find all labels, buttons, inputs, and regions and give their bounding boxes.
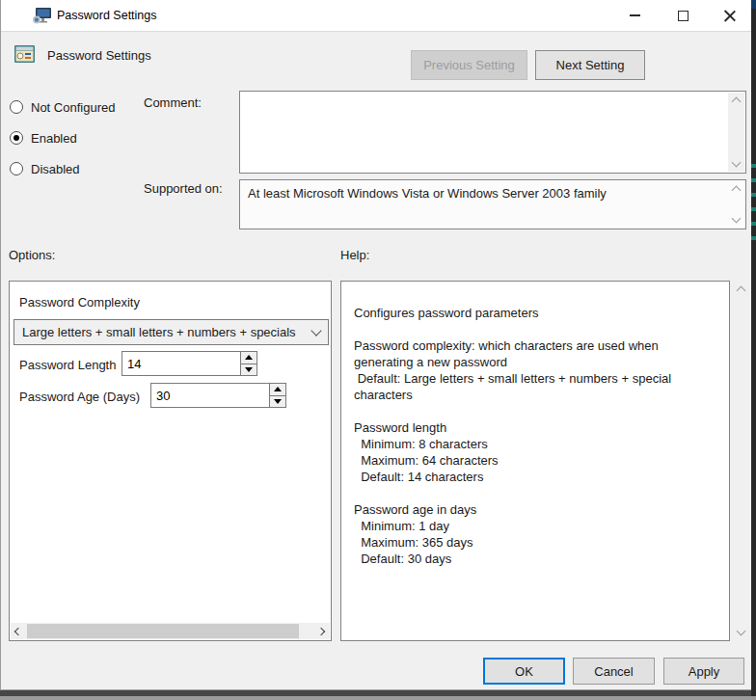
comment-label: Comment: — [144, 95, 202, 110]
background-window-right-edge — [751, 0, 756, 700]
dialog-vertical-scrollbar[interactable] — [732, 281, 749, 641]
comment-box — [239, 91, 746, 174]
password-age-stepper — [269, 384, 285, 407]
radio-circle-icon — [10, 162, 23, 175]
maximize-icon — [678, 11, 688, 21]
policy-setting-icon — [14, 45, 35, 63]
scroll-up-icon — [732, 186, 742, 196]
radio-not-configured[interactable]: Not Configured — [10, 99, 115, 115]
password-length-label: Password Length — [19, 358, 116, 372]
comment-scrollbar[interactable] — [728, 93, 744, 172]
help-panel: Configures password parameters Password … — [340, 281, 730, 641]
supported-on-label: Supported on: — [144, 181, 223, 196]
supported-on-value: At least Microsoft Windows Vista or Wind… — [248, 186, 722, 201]
titlebar[interactable]: Password Settings — [1, 0, 752, 32]
scrollbar-thumb[interactable] — [27, 624, 299, 638]
help-section-label: Help: — [340, 248, 369, 262]
spin-down-icon — [245, 367, 253, 372]
background-window-bottom-edge-light — [0, 696, 756, 700]
background-dashes — [751, 164, 756, 243]
radio-label: Disabled — [31, 162, 80, 176]
scroll-up-icon — [732, 97, 742, 107]
password-complexity-dropdown[interactable]: Large letters + small letters + numbers … — [14, 319, 329, 345]
password-settings-dialog: Password Settings Password Settings Prev… — [0, 0, 751, 690]
radio-label: Not Configured — [31, 100, 115, 115]
spin-up-button[interactable] — [241, 352, 256, 364]
radio-circle-icon — [10, 131, 23, 145]
radio-label: Enabled — [31, 131, 77, 146]
scroll-left-icon — [14, 627, 22, 634]
spin-down-icon — [274, 399, 282, 404]
supported-scrollbar[interactable] — [728, 181, 744, 228]
minimize-icon — [630, 14, 640, 16]
maximize-button[interactable] — [661, 0, 705, 31]
apply-button[interactable]: Apply — [663, 658, 744, 685]
scroll-down-icon — [732, 158, 742, 168]
spin-up-icon — [274, 387, 282, 391]
options-section-label: Options: — [9, 248, 55, 262]
radio-circle-icon — [10, 100, 23, 114]
options-panel: Password Complexity Large letters + smal… — [9, 281, 332, 641]
comment-input[interactable] — [240, 92, 729, 173]
password-age-label: Password Age (Days) — [19, 390, 140, 404]
spin-up-button[interactable] — [270, 384, 285, 396]
supported-on-box: At least Microsoft Windows Vista or Wind… — [239, 179, 746, 229]
password-length-spinbox — [122, 351, 257, 376]
scroll-right-icon — [317, 627, 325, 634]
scroll-down-icon — [732, 214, 742, 224]
background-accent — [751, 0, 756, 9]
password-length-stepper — [240, 352, 256, 375]
password-length-input[interactable] — [122, 352, 240, 375]
setting-name: Password Settings — [47, 48, 151, 63]
app-icon — [33, 8, 51, 24]
screen: Password Settings Password Settings Prev… — [0, 0, 756, 700]
minimize-button[interactable] — [612, 0, 657, 31]
spin-up-icon — [245, 355, 253, 360]
password-age-spinbox — [150, 383, 286, 408]
spin-down-button[interactable] — [241, 364, 256, 376]
scroll-up-icon — [736, 286, 745, 296]
dropdown-selected-value: Large letters + small letters + numbers … — [22, 325, 312, 339]
radio-disabled[interactable]: Disabled — [10, 161, 80, 176]
close-button[interactable] — [707, 0, 751, 31]
ok-button[interactable]: OK — [483, 658, 565, 685]
spin-down-button[interactable] — [270, 396, 285, 408]
close-icon — [723, 10, 736, 22]
previous-setting-button[interactable]: Previous Setting — [411, 50, 527, 80]
scroll-down-icon — [736, 627, 745, 636]
password-age-input[interactable] — [151, 384, 269, 407]
options-horizontal-scrollbar[interactable] — [11, 623, 330, 639]
chevron-down-icon — [310, 325, 321, 336]
cancel-button[interactable]: Cancel — [573, 658, 655, 685]
window-title: Password Settings — [57, 9, 157, 22]
next-setting-button[interactable]: Next Setting — [535, 50, 645, 80]
radio-enabled[interactable]: Enabled — [10, 130, 77, 146]
password-complexity-label: Password Complexity — [19, 295, 140, 310]
help-text: Configures password parameters Password … — [354, 305, 716, 633]
